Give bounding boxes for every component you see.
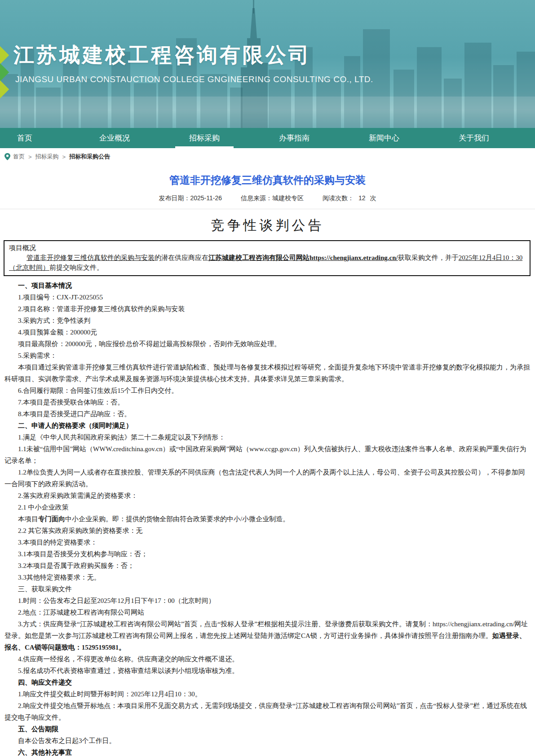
body-paragraph: 2.地点：江苏城建校工程咨询有限公司网站 [4, 607, 531, 618]
text-segment: 1.1未被“信用中国”网站（WWW.creditchina.gov.cn）或“中… [4, 445, 526, 464]
text-segment: 8.本项目是否接受进口产品响应：否。 [18, 410, 131, 418]
divider [0, 209, 535, 209]
text-segment: 的潜在供应商应在 [155, 254, 208, 261]
article-title: 管道非开挖修复三维仿真软件的采购与安装 [0, 173, 535, 187]
text-segment: 五、公告期限 [18, 725, 58, 733]
section-heading: 一、项目基本情况 [4, 280, 531, 291]
body-paragraph: 1.1未被“信用中国”网站（WWW.creditchina.gov.cn）或“中… [4, 443, 531, 466]
main-nav: 首页企业概况招标采购办事指南新闻中心关于我们 [0, 128, 535, 148]
body-paragraph: 7.本项目是否接受联合体响应：否。 [4, 396, 531, 408]
body-paragraph: 3.1本项目是否接受分支机构参与响应：否； [4, 548, 531, 560]
body-paragraph: 本项目专门面向中小企业采购。即：提供的货物全部由符合政策要求的中小/小微企业制造… [4, 513, 531, 525]
body-paragraph: 5.报名成功不代表资格审查通过，资格审查结果以谈判小组现场审核为准。 [4, 665, 531, 677]
text-segment: 1.项目编号：CJX-JT-2025055 [18, 294, 103, 301]
text-segment: 自本公告发布之日起3个工作日。 [18, 737, 116, 744]
overview-title: 项目概况 [9, 243, 525, 253]
publish-date: 发布日期：2025-11-26 [159, 194, 222, 202]
body-paragraph: 8.本项目是否接受进口产品响应：否。 [4, 408, 531, 420]
text-segment: 1.响应文件提交截止时间暨开标时间：2025年12月4日10：30。 [18, 690, 202, 698]
body-paragraph: 2.落实政府采购政策需满足的资格要求： [4, 490, 531, 501]
text-segment: 二、申请人的资格要求（须同时满足） [18, 422, 133, 429]
text-segment: 3.方式：供应商登录“江苏城建校工程咨询有限公司网站”首页，点击“投标人登录”栏… [4, 620, 528, 639]
text-segment: 前提交响应文件。 [49, 264, 103, 271]
text-segment: 1.2单位负责人为同一人或者存在直接控股、管理关系的不同供应商（包含法定代表人为… [4, 469, 525, 488]
text-segment: 获取采购文件，并于 [398, 254, 459, 261]
body-paragraph: 2.响应文件提交地点暨开标地点：本项目采用不见面交易方式，无需到现场提交，供应商… [4, 700, 531, 723]
notice-heading: 竞争性谈判公告 [0, 216, 535, 235]
text-segment: 本项目通过采购管道非开挖修复三维仿真软件进行管道缺陷检查、预处理与各修复技术模拟… [4, 364, 530, 382]
body-paragraph: 4.供应商一经报名，不得更改单位名称。供应商递交的响应文件概不退还。 [4, 653, 531, 665]
text-segment: 3.本项目的特定资格要求： [18, 539, 97, 546]
text-segment: 项目最高限价：200000元，响应报价总价不得超过最高投标限价，否则作无效响应处… [18, 340, 281, 347]
breadcrumb-item-2: 招标和采购公告 [69, 153, 110, 161]
view-count: 阅读次数：12次 [323, 194, 376, 202]
text-segment: 5.采购需求： [18, 352, 57, 359]
text-segment: 六、其他补充事宜 [18, 749, 72, 756]
breadcrumb: 首页>招标采购>招标和采购公告 [0, 148, 535, 165]
body-paragraph: 2.1 中小企业政策 [4, 501, 531, 513]
text-segment: 三、获取采购文件 [18, 585, 72, 593]
nav-item-5[interactable]: 关于我们 [449, 128, 499, 148]
section-heading: 二、申请人的资格要求（须同时满足） [4, 420, 531, 431]
text-segment: 2.2 其它落实政府采购政策的资格要求：无 [18, 527, 143, 534]
nav-item-1[interactable]: 企业概况 [90, 128, 139, 148]
text-segment: 7.本项目是否接受联合体响应：否。 [18, 399, 124, 406]
text-segment: 4.项目预算金额：200000元 [18, 329, 97, 336]
nav-item-2[interactable]: 招标采购 [180, 128, 229, 148]
text-segment: 5.报名成功不代表资格审查通过，资格审查结果以谈判小组现场审核为准。 [18, 667, 239, 674]
breadcrumb-item-1[interactable]: 招标采购 [35, 153, 59, 161]
nav-item-4[interactable]: 新闻中心 [359, 128, 409, 148]
text-segment: 2.1 中小企业政策 [18, 504, 69, 511]
body-paragraph: 6.合同履行期限：合同签订生效后15个工作日内交付。 [4, 385, 531, 396]
section-heading: 四、响应文件递交 [4, 677, 531, 688]
text-segment: 一、项目基本情况 [18, 282, 72, 289]
body-paragraph: 3.采购方式：竞争性谈判 [4, 315, 531, 326]
section-heading: 六、其他补充事宜 [4, 747, 531, 756]
text-segment: 2.项目名称：管道非开挖修复三维仿真软件的采购与安装 [18, 305, 185, 312]
body-paragraph: 自本公告发布之日起3个工作日。 [4, 735, 531, 747]
company-name-en: JIANGSU URBAN CONSTAUCTION COLLEGE GNGIN… [15, 75, 373, 84]
article-meta: 发布日期：2025-11-26 信息来源：城建校专区 阅读次数：12次 [0, 194, 535, 202]
body-paragraph: 本项目通过采购管道非开挖修复三维仿真软件进行管道缺陷检查、预处理与各修复技术模拟… [4, 361, 531, 385]
body-paragraph: 3.2本项目是否属于政府购买服务：否； [4, 560, 531, 571]
body-paragraph: 1.响应文件提交截止时间暨开标时间：2025年12月4日10：30。 [4, 688, 531, 700]
body-paragraph: 1.满足《中华人民共和国政府采购法》第二十二条规定以及下列情形： [4, 431, 531, 443]
body-paragraph: 5.采购需求： [4, 350, 531, 361]
body-paragraph: 1.2单位负责人为同一人或者存在直接控股、管理关系的不同供应商（包含法定代表人为… [4, 466, 531, 490]
notice-body: 一、项目基本情况1.项目编号：CJX-JT-20250552.项目名称：管道非开… [4, 280, 531, 756]
body-paragraph: 1.项目编号：CJX-JT-2025055 [4, 291, 531, 303]
text-segment: 专门面向 [38, 515, 65, 523]
body-paragraph: 三、获取采购文件 [4, 583, 531, 595]
location-pin-icon [4, 153, 10, 160]
text-segment: 3.2本项目是否属于政府购买服务：否； [18, 562, 134, 569]
info-source: 信息来源：城建校专区 [241, 194, 304, 202]
section-heading: 五、公告期限 [4, 723, 531, 735]
project-overview-box: 项目概况 管道非开挖修复三维仿真软件的采购与安装的潜在供应商应在江苏城建校工程咨… [4, 240, 531, 276]
inline-link[interactable]: 江苏城建校工程咨询有限公司网站https://chengjianx.etradi… [208, 254, 398, 261]
breadcrumb-item-0[interactable]: 首页 [13, 153, 25, 161]
text-segment: 3.3其他特定资格要求：无。 [18, 574, 101, 581]
nav-item-3[interactable]: 办事指南 [270, 128, 319, 148]
header-banner: 江苏城建校工程咨询有限公司 JIANGSU URBAN CONSTAUCTION… [0, 0, 535, 128]
text-segment: 1.满足《中华人民共和国政府采购法》第二十二条规定以及下列情形： [18, 434, 225, 441]
text-segment: 本项目 [18, 515, 38, 523]
text-segment: 6.合同履行期限：合同签订生效后15个工作日内交付。 [18, 387, 178, 394]
text-segment: 4.供应商一经报名，不得更改单位名称。供应商递交的响应文件概不退还。 [18, 655, 239, 663]
body-paragraph: 项目最高限价：200000元，响应报价总价不得超过最高投标限价，否则作无效响应处… [4, 338, 531, 350]
body-paragraph: 4.项目预算金额：200000元 [4, 326, 531, 338]
text-segment: 管道非开挖修复三维仿真软件的采购与安装 [27, 254, 155, 261]
company-logo [0, 48, 13, 98]
body-paragraph: 3.3其他特定资格要求：无。 [4, 571, 531, 583]
text-segment: 1.时间：公告发布之日起至2025年12月1日下午17：00（北京时间） [18, 597, 215, 604]
breadcrumb-separator: > [28, 154, 32, 160]
text-segment: 2.落实政府采购政策需满足的资格要求： [18, 492, 137, 499]
text-segment: 3.1本项目是否接受分支机构参与响应：否； [18, 550, 148, 558]
body-paragraph: 1.时间：公告发布之日起至2025年12月1日下午17：00（北京时间） [4, 595, 531, 607]
text-segment: 四、响应文件递交 [18, 679, 72, 686]
company-name-cn: 江苏城建校工程咨询有限公司 [13, 41, 311, 69]
body-paragraph: 3.本项目的特定资格要求： [4, 536, 531, 548]
body-paragraph: 2.项目名称：管道非开挖修复三维仿真软件的采购与安装 [4, 303, 531, 315]
nav-item-0[interactable]: 首页 [0, 128, 49, 148]
overview-paragraph: 管道非开挖修复三维仿真软件的采购与安装的潜在供应商应在江苏城建校工程咨询有限公司… [9, 253, 525, 273]
text-segment: 2.响应文件提交地点暨开标地点：本项目采用不见面交易方式，无需到现场提交，供应商… [4, 702, 527, 721]
